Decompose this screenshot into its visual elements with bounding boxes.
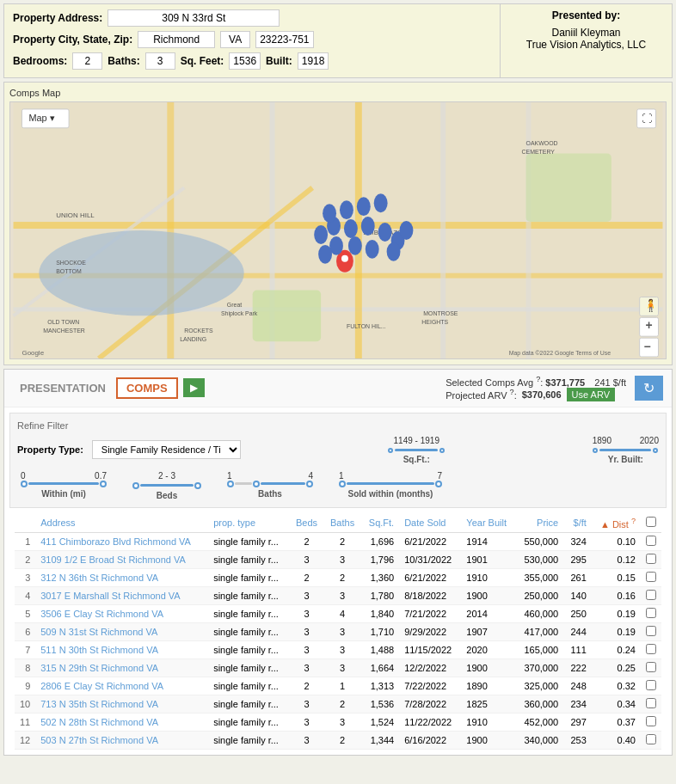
col-baths[interactable]: Baths: [324, 513, 361, 533]
beds-label: Bedrooms:: [13, 55, 67, 67]
row-checkbox[interactable]: [646, 644, 656, 654]
svg-text:🧍: 🧍: [643, 298, 659, 313]
row-checkbox-cell[interactable]: [641, 533, 661, 551]
row-psf: 295: [563, 551, 592, 569]
row-checkbox-cell[interactable]: [641, 732, 661, 750]
row-checkbox[interactable]: [646, 572, 656, 582]
row-checkbox[interactable]: [646, 608, 656, 618]
filter-section: Refine Filter Property Type: Single Fami…: [9, 413, 667, 508]
row-psf: 253: [563, 732, 592, 750]
selected-avg-row: Selected Comps Avg ?: $371,775 241 $/ft: [446, 375, 626, 388]
within-label: Within (mi): [41, 489, 86, 499]
col-year-built[interactable]: Year Built: [461, 513, 515, 533]
row-price: 417,000: [515, 623, 563, 641]
row-address[interactable]: 315 N 29th St Richmond VA: [35, 659, 208, 677]
row-checkbox-cell[interactable]: [641, 695, 661, 714]
tab-comps[interactable]: COMPS: [116, 377, 178, 399]
tab-presentation[interactable]: PRESENTATION: [13, 378, 113, 398]
row-address[interactable]: 713 N 35th St Richmond VA: [35, 695, 208, 714]
sqft-slider[interactable]: [388, 448, 445, 453]
sqft-value: 1536: [229, 52, 261, 70]
table-row: 11 502 N 28th St Richmond VA single fami…: [15, 714, 661, 732]
svg-text:−: −: [644, 340, 651, 353]
row-checkbox-cell[interactable]: [641, 551, 661, 569]
svg-text:CEMETERY: CEMETERY: [522, 149, 556, 155]
row-checkbox-cell[interactable]: [641, 714, 661, 732]
within-slider[interactable]: [21, 481, 107, 487]
row-address[interactable]: 312 N 36th St Richmond VA: [35, 569, 208, 587]
row-address[interactable]: 411 Chimborazo Blvd Richmond VA: [35, 533, 208, 551]
row-type: single family r...: [208, 732, 289, 750]
row-baths: 2: [324, 732, 361, 750]
use-arv-button[interactable]: Use ARV: [567, 388, 615, 401]
row-checkbox-cell[interactable]: [641, 587, 661, 605]
row-checkbox[interactable]: [646, 536, 656, 546]
comps-table: Address prop. type Beds Baths Sq.Ft. Dat…: [15, 513, 661, 750]
row-checkbox-cell[interactable]: [641, 623, 661, 641]
video-button[interactable]: ▶: [183, 378, 205, 397]
select-all-checkbox[interactable]: [646, 517, 656, 527]
row-type: single family r...: [208, 677, 289, 695]
row-psf: 297: [563, 714, 592, 732]
presented-by-label: Presented by:: [509, 9, 663, 21]
row-address[interactable]: 3017 E Marshall St Richmond VA: [35, 587, 208, 605]
refresh-button[interactable]: ↻: [635, 376, 663, 401]
baths-slider[interactable]: [227, 481, 313, 487]
row-address[interactable]: 502 N 28th St Richmond VA: [35, 714, 208, 732]
row-psf: 140: [563, 587, 592, 605]
comps-table-wrapper: Address prop. type Beds Baths Sq.Ft. Dat…: [9, 513, 667, 750]
row-address[interactable]: 2806 E Clay St Richmond VA: [35, 677, 208, 695]
row-checkbox[interactable]: [646, 734, 656, 744]
col-psf[interactable]: $/ft: [563, 513, 592, 533]
arv-row: Projected ARV ?: $370,606 Use ARV: [446, 388, 626, 401]
row-beds: 3: [290, 695, 324, 714]
row-checkbox[interactable]: [646, 554, 656, 564]
row-checkbox-cell[interactable]: [641, 605, 661, 623]
sold-slider[interactable]: [339, 481, 442, 487]
yr-built-slider[interactable]: [593, 448, 658, 453]
col-sqft[interactable]: Sq.Ft.: [361, 513, 399, 533]
sold-filter-label: Sold within (months): [348, 489, 433, 499]
row-address[interactable]: 3506 E Clay St Richmond VA: [35, 605, 208, 623]
row-psf: 248: [563, 677, 592, 695]
row-checkbox[interactable]: [646, 662, 656, 672]
row-checkbox[interactable]: [646, 626, 656, 636]
row-checkbox[interactable]: [646, 716, 656, 726]
row-year-built: 1910: [461, 714, 515, 732]
table-row: 3 312 N 36th St Richmond VA single famil…: [15, 569, 661, 587]
built-value: 1918: [298, 52, 329, 70]
row-beds: 3: [290, 605, 324, 623]
row-date-sold: 10/31/2022: [399, 551, 461, 569]
col-address[interactable]: Address: [35, 513, 208, 533]
row-dist: 0.25: [592, 659, 641, 677]
row-checkbox[interactable]: [646, 698, 656, 708]
beds-slider[interactable]: [132, 482, 201, 489]
col-date-sold[interactable]: Date Sold: [399, 513, 461, 533]
row-checkbox[interactable]: [646, 680, 656, 690]
row-checkbox-cell[interactable]: [641, 677, 661, 695]
row-beds: 2: [290, 533, 324, 551]
row-date-sold: 7/21/2022: [399, 605, 461, 623]
row-address[interactable]: 503 N 27th St Richmond VA: [35, 732, 208, 750]
row-checkbox-cell[interactable]: [641, 569, 661, 587]
zip-value: 23223-751: [255, 31, 313, 48]
row-psf: 261: [563, 569, 592, 587]
col-dist[interactable]: ▲ Dist ?: [592, 513, 641, 533]
row-address[interactable]: 3109 1/2 E Broad St Richmond VA: [35, 551, 208, 569]
col-prop-type[interactable]: prop. type: [208, 513, 289, 533]
baths-value: 3: [145, 52, 175, 70]
row-address[interactable]: 509 N 31st St Richmond VA: [35, 623, 208, 641]
prop-type-select[interactable]: Single Family Residence / Ti: [92, 440, 241, 459]
col-price[interactable]: Price: [515, 513, 563, 533]
svg-point-49: [387, 242, 401, 261]
map-container[interactable]: UNION HILL SHOCKOE BOTTOM OLD TOWN MANCH…: [9, 101, 667, 359]
row-checkbox-cell[interactable]: [641, 659, 661, 677]
col-beds[interactable]: Beds: [290, 513, 324, 533]
row-address[interactable]: 511 N 30th St Richmond VA: [35, 641, 208, 659]
table-row: 5 3506 E Clay St Richmond VA single fami…: [15, 605, 661, 623]
row-baths: 2: [324, 569, 361, 587]
row-dist: 0.34: [592, 695, 641, 714]
row-checkbox[interactable]: [646, 590, 656, 600]
row-checkbox-cell[interactable]: [641, 641, 661, 659]
row-type: single family r...: [208, 605, 289, 623]
